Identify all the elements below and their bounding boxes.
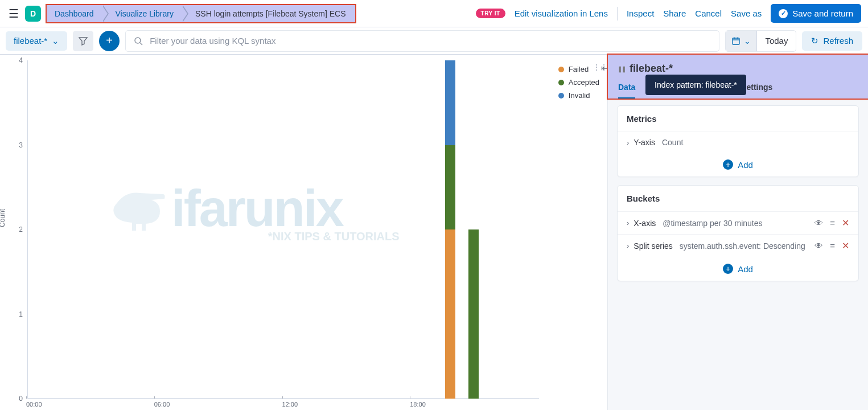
index-title-text: filebeat-* [630,63,673,75]
bar-segment-invalid[interactable] [445,60,455,145]
bar-stack[interactable] [468,60,479,399]
x-tick: 00:00 [26,399,42,408]
eye-icon[interactable]: 👁 [814,241,823,251]
chevron-right-icon: › [627,241,629,250]
svg-point-0 [135,38,141,43]
index-pattern-picker[interactable]: filebeat-* ⌄ [6,31,67,51]
config-panel: ⫿⫿ filebeat-* Data Metrics & axes Panel … [607,55,868,410]
metric-detail: Count [662,138,683,147]
refresh-button[interactable]: ↻ Refresh [802,31,862,51]
eye-icon[interactable]: 👁 [814,218,823,228]
main: ifarunix *NIX TIPS & TUTORIALS Count 012… [0,55,868,410]
tab-data[interactable]: Data [618,83,635,99]
legend-dot [558,67,564,72]
metrics-section: Metrics › Y-axis Count + Add [617,105,859,177]
config-tabs: Data Metrics & axes Panel settings Index… [618,83,858,99]
top-actions: TRY IT Edit visualization in Lens Inspec… [476,4,861,23]
x-date-label: January 11, 2024 [26,408,70,410]
buckets-section: Buckets › X-axis @timestamp per 30 minut… [617,185,859,281]
y-tick: 1 [19,310,27,318]
metrics-heading: Metrics [618,106,858,132]
y-axis-line [27,60,28,399]
svg-rect-2 [733,38,739,44]
save-return-label: Save and return [792,9,853,18]
metric-row-yaxis[interactable]: › Y-axis Count [618,132,858,153]
chart-plot[interactable]: 0123400:0006:0012:0018:00January 11, 202… [27,60,539,399]
bucket-detail: @timestamp per 30 minutes [663,219,762,228]
chevron-right-icon: › [627,138,629,147]
bar-segment-accepted[interactable] [468,229,479,399]
x-tick: 18:00 [410,399,426,408]
refresh-label: Refresh [823,36,853,46]
breadcrumbs: Dashboard Visualize Library SSH login at… [46,4,356,23]
legend-label: Accepted [569,78,599,87]
share-link[interactable]: Share [663,9,686,18]
space-avatar[interactable]: D [25,6,41,22]
breadcrumb-current: SSH login attempts [Filebeat System] ECS [183,5,355,22]
query-bar: filebeat-* ⌄ + ⌄ Today ↻ Refresh [0,27,868,55]
bucket-row-split-series[interactable]: › Split series system.auth.ssh.event: De… [618,234,858,257]
plus-circle-icon: + [723,159,733,170]
drag-handle-icon[interactable]: ⫿⫿ [618,64,626,73]
date-quick-select[interactable]: ⌄ [726,31,757,51]
legend-label: Invalid [569,91,590,100]
config-header: ⫿⫿ filebeat-* Data Metrics & axes Panel … [607,54,868,100]
menu-icon[interactable]: ☰ [7,7,20,20]
date-picker[interactable]: ⌄ Today [725,30,796,52]
try-it-badge: TRY IT [476,9,505,18]
filter-button[interactable] [73,31,93,51]
metric-label: Y-axis [633,138,655,147]
add-bucket-label: Add [738,264,753,274]
add-metric-button[interactable]: + Add [618,153,858,177]
divider [617,7,618,20]
drag-icon[interactable]: = [830,241,835,251]
bucket-label: Split series [633,241,672,251]
breadcrumb-visualize-library[interactable]: Visualize Library [103,5,183,22]
index-pattern-tooltip: Index pattern: filebeat-* [645,75,746,95]
inspect-link[interactable]: Inspect [627,9,654,18]
legend-label: Failed [569,65,589,73]
save-and-return-button[interactable]: ✓ Save and return [771,4,861,23]
breadcrumb-dashboard[interactable]: Dashboard [47,5,103,22]
kql-search-input[interactable] [150,36,711,46]
edit-in-lens-link[interactable]: Edit visualization in Lens [515,9,608,18]
add-filter-button[interactable]: + [99,31,120,51]
legend-item-invalid[interactable]: Invalid [558,89,599,102]
bucket-label: X-axis [633,219,656,228]
drag-icon[interactable]: = [830,218,835,228]
bucket-row-actions: 👁 = ✕ [814,218,849,228]
chevron-down-icon: ⌄ [744,36,751,46]
add-metric-label: Add [738,160,753,170]
chevron-right-icon: › [627,219,629,227]
search-icon [134,36,143,46]
add-bucket-button[interactable]: + Add [618,257,858,281]
y-tick: 2 [19,226,27,233]
y-tick: 3 [19,141,27,149]
top-bar: ☰ D Dashboard Visualize Library SSH logi… [0,0,868,27]
delete-icon[interactable]: ✕ [842,240,849,251]
legend-item-accepted[interactable]: Accepted [558,76,599,89]
bucket-row-actions: 👁 = ✕ [814,240,849,251]
legend-dot [558,80,564,85]
x-tick: 12:00 [282,399,298,408]
chart-area: ifarunix *NIX TIPS & TUTORIALS Count 012… [0,55,607,410]
svg-line-1 [140,43,142,45]
legend-dot [558,93,564,99]
config-index-title[interactable]: ⫿⫿ filebeat-* [618,63,858,75]
plus-circle-icon: + [723,264,733,274]
y-tick: 4 [19,56,27,64]
config-body: Metrics › Y-axis Count + Add Buckets › X… [608,99,868,296]
y-axis-label: Count [0,209,6,227]
bucket-row-xaxis[interactable]: › X-axis @timestamp per 30 minutes 👁 = ✕ [618,211,858,234]
bar-stack[interactable] [445,60,455,399]
delete-icon[interactable]: ✕ [842,218,849,228]
date-range-label[interactable]: Today [757,36,796,46]
cancel-link[interactable]: Cancel [695,9,722,18]
buckets-heading: Buckets [618,186,858,211]
save-as-link[interactable]: Save as [731,9,762,18]
bar-segment-accepted[interactable] [445,145,455,230]
kql-search[interactable] [125,30,719,52]
bar-segment-failed[interactable] [445,229,455,399]
funnel-icon [79,36,88,46]
bucket-detail: system.auth.ssh.event: Descending [680,241,805,251]
